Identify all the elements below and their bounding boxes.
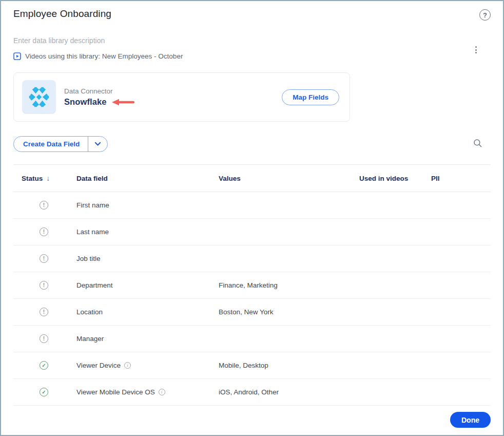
values-cell: Mobile, Desktop — [219, 362, 359, 369]
column-header-used-in-videos[interactable]: Used in videos — [359, 175, 431, 182]
table-row[interactable]: Manager — [13, 326, 491, 352]
status-cell — [13, 361, 76, 370]
table-row[interactable]: Job title — [13, 245, 491, 272]
page-footer: Done — [1, 406, 503, 428]
data-field-cell: Last name — [76, 228, 219, 236]
more-menu-button[interactable] — [471, 44, 480, 55]
toolbar: Create Data Field — [13, 136, 491, 152]
status-alert-icon — [40, 201, 48, 210]
column-header-values[interactable]: Values — [219, 175, 359, 182]
status-alert-icon — [40, 308, 48, 316]
column-header-status[interactable]: Status ↓ — [13, 174, 76, 182]
connector-text: Data Connector Snowflake — [64, 87, 282, 107]
values-cell: iOS, Android, Other — [219, 388, 359, 396]
connector-type-label: Data Connector — [64, 87, 282, 95]
status-ok-icon — [40, 361, 48, 370]
table-row[interactable]: Viewer Mobile Device OS iOS, Android, Ot… — [13, 379, 491, 406]
column-header-pii[interactable]: PII — [431, 175, 491, 182]
create-data-field-menu-button[interactable] — [88, 137, 107, 151]
data-field-name: Viewer Device — [76, 362, 121, 369]
status-cell — [13, 281, 76, 290]
videos-note-text: Videos using this library: New Employees… — [25, 52, 183, 60]
table-row[interactable]: Viewer Device Mobile, Desktop — [13, 352, 491, 379]
data-field-cell: Department — [76, 281, 219, 289]
status-cell — [13, 254, 76, 263]
values-cell: Finance, Marketing — [219, 281, 359, 289]
search-icon — [473, 139, 482, 148]
videos-using-library: Videos using this library: New Employees… — [13, 52, 491, 60]
map-fields-button[interactable]: Map Fields — [282, 89, 339, 105]
page-header: Employee Onboarding ? — [13, 8, 491, 21]
create-data-field-button[interactable]: Create Data Field — [14, 137, 88, 151]
employee-onboarding-panel: Employee Onboarding ? Enter data library… — [0, 0, 504, 436]
data-field-cell: First name — [76, 201, 219, 209]
annotation-arrow-icon — [112, 99, 134, 106]
status-cell — [13, 228, 76, 237]
status-alert-icon — [40, 334, 48, 343]
info-icon — [159, 389, 165, 395]
column-header-label: Status — [22, 175, 43, 182]
status-ok-icon — [40, 388, 48, 396]
table-row[interactable]: Location Boston, New York — [13, 299, 491, 326]
data-field-cell: Viewer Device — [76, 362, 219, 369]
data-fields-table: Status ↓ Data field Values Used in video… — [1, 164, 503, 406]
search-button[interactable] — [471, 137, 484, 151]
data-connector-card: Data Connector Snowflake Map Fields — [13, 72, 350, 122]
snowflake-logo — [22, 80, 56, 114]
data-field-name: Viewer Mobile Device OS — [76, 388, 155, 396]
data-field-name: Job title — [76, 255, 101, 262]
data-field-name: Department — [76, 281, 113, 289]
info-icon — [124, 362, 131, 369]
table-row[interactable]: Department Finance, Marketing — [13, 272, 491, 299]
values-cell: Boston, New York — [219, 308, 359, 316]
help-button[interactable]: ? — [479, 9, 491, 21]
description-input[interactable]: Enter data library description — [13, 36, 342, 45]
status-alert-icon — [40, 228, 48, 236]
column-header-data-field[interactable]: Data field — [76, 175, 219, 182]
status-alert-icon — [40, 254, 48, 263]
data-field-cell: Job title — [76, 255, 219, 262]
status-cell — [13, 201, 76, 210]
video-play-icon — [13, 52, 21, 60]
done-button[interactable]: Done — [450, 412, 491, 428]
status-cell — [13, 388, 76, 397]
chevron-down-icon — [94, 142, 101, 146]
table-row[interactable]: Last name — [13, 219, 491, 245]
status-alert-icon — [40, 281, 48, 290]
table-header-row: Status ↓ Data field Values Used in video… — [13, 164, 491, 192]
help-icon: ? — [483, 11, 487, 19]
status-cell — [13, 334, 76, 344]
table-row[interactable]: First name — [13, 192, 491, 219]
data-field-name: Last name — [76, 228, 109, 236]
data-field-name: Location — [76, 308, 103, 316]
create-data-field-split-button: Create Data Field — [13, 136, 108, 152]
sort-descending-icon: ↓ — [46, 174, 50, 182]
data-field-cell: Manager — [76, 335, 219, 343]
table-body: First name Last name Job title — [1, 192, 503, 406]
data-field-name: First name — [76, 201, 109, 209]
data-field-name: Manager — [76, 335, 104, 343]
data-field-cell: Location — [76, 308, 219, 316]
status-cell — [13, 308, 76, 317]
connector-name: Snowflake — [64, 97, 107, 107]
page-title: Employee Onboarding — [13, 8, 111, 20]
data-field-cell: Viewer Mobile Device OS — [76, 388, 219, 396]
